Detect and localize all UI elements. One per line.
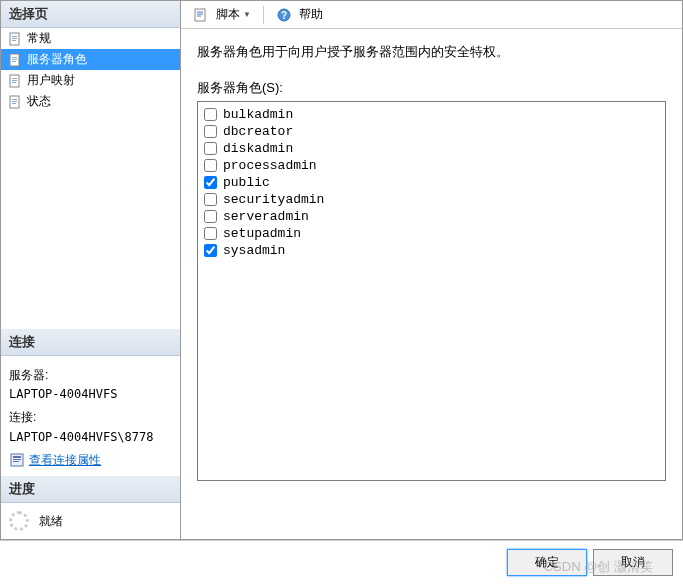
toolbar: 脚本 ▼ ? 帮助 [181,1,682,29]
role-label: processadmin [223,158,317,173]
svg-rect-10 [12,80,17,81]
role-checkbox-sysadmin[interactable] [204,244,217,257]
role-label: bulkadmin [223,107,293,122]
view-connection-properties-link[interactable]: 查看连接属性 [29,451,101,470]
role-checkbox-diskadmin[interactable] [204,142,217,155]
role-row[interactable]: sysadmin [204,242,659,259]
role-label: serveradmin [223,209,309,224]
role-row[interactable]: bulkadmin [204,106,659,123]
role-checkbox-dbcreator[interactable] [204,125,217,138]
svg-rect-14 [12,101,17,102]
cancel-button[interactable]: 取消 [593,549,673,576]
role-label: securityadmin [223,192,324,207]
select-page-header: 选择页 [1,1,180,28]
role-label: setupadmin [223,226,301,241]
footer: 确定 取消 [0,540,683,584]
svg-rect-5 [12,57,17,58]
sidebar: 选择页 常规服务器角色用户映射状态 连接 服务器: LAPTOP-4004HVF… [1,1,181,539]
svg-rect-19 [13,461,19,462]
dropdown-arrow-icon: ▼ [243,10,251,19]
roles-listbox[interactable]: bulkadmindbcreatordiskadminprocessadminp… [197,101,666,481]
role-checkbox-securityadmin[interactable] [204,193,217,206]
sidebar-item-用户映射[interactable]: 用户映射 [1,70,180,91]
main-panel: 脚本 ▼ ? 帮助 服务器角色用于向用户授予服务器范围内的安全特权。 服务器角色… [181,1,682,539]
page-icon [7,31,23,47]
progress-status: 就绪 [39,513,63,530]
role-row[interactable]: securityadmin [204,191,659,208]
svg-rect-18 [13,459,21,460]
sidebar-item-label: 用户映射 [27,72,75,89]
svg-rect-15 [12,103,16,104]
role-row[interactable]: diskadmin [204,140,659,157]
conn-value: LAPTOP-4004HVFS\8778 [9,428,172,447]
svg-rect-6 [12,59,17,60]
connection-info: 服务器: LAPTOP-4004HVFS 连接: LAPTOP-4004HVFS… [1,356,180,476]
svg-text:?: ? [281,10,287,21]
script-label: 脚本 [216,6,240,23]
sidebar-item-label: 服务器角色 [27,51,87,68]
server-label: 服务器: [9,366,172,385]
help-button[interactable]: ? 帮助 [272,4,327,25]
dialog-container: 选择页 常规服务器角色用户映射状态 连接 服务器: LAPTOP-4004HVF… [0,0,683,540]
script-icon [193,7,209,23]
svg-rect-17 [13,456,21,458]
help-icon: ? [276,7,292,23]
role-checkbox-public[interactable] [204,176,217,189]
sidebar-items: 常规服务器角色用户映射状态 [1,28,180,112]
sidebar-item-服务器角色[interactable]: 服务器角色 [1,49,180,70]
page-icon [7,73,23,89]
help-label: 帮助 [299,6,323,23]
server-value: LAPTOP-4004HVFS [9,385,172,404]
svg-rect-9 [12,78,17,79]
role-label: sysadmin [223,243,285,258]
sidebar-item-label: 常规 [27,30,51,47]
svg-rect-2 [12,38,17,39]
script-button[interactable]: 脚本 ▼ [189,4,255,25]
sidebar-item-label: 状态 [27,93,51,110]
toolbar-separator [263,6,264,24]
role-checkbox-serveradmin[interactable] [204,210,217,223]
svg-rect-20 [195,9,205,21]
info-icon [9,452,25,468]
page-icon [7,52,23,68]
description-text: 服务器角色用于向用户授予服务器范围内的安全特权。 [197,43,666,61]
role-label: public [223,175,270,190]
role-row[interactable]: dbcreator [204,123,659,140]
content-area: 服务器角色用于向用户授予服务器范围内的安全特权。 服务器角色(S): bulka… [181,29,682,539]
role-label: dbcreator [223,124,293,139]
ok-button[interactable]: 确定 [507,549,587,576]
role-checkbox-processadmin[interactable] [204,159,217,172]
svg-rect-3 [12,40,16,41]
svg-rect-11 [12,82,16,83]
svg-rect-7 [12,61,16,62]
role-row[interactable]: serveradmin [204,208,659,225]
conn-label: 连接: [9,408,172,427]
role-row[interactable]: processadmin [204,157,659,174]
spinner-icon [9,511,29,531]
svg-rect-1 [12,36,17,37]
page-icon [7,94,23,110]
roles-label: 服务器角色(S): [197,79,666,97]
role-row[interactable]: setupadmin [204,225,659,242]
sidebar-item-状态[interactable]: 状态 [1,91,180,112]
role-label: diskadmin [223,141,293,156]
progress-header: 进度 [1,476,180,503]
svg-rect-13 [12,99,17,100]
role-row[interactable]: public [204,174,659,191]
role-checkbox-setupadmin[interactable] [204,227,217,240]
role-checkbox-bulkadmin[interactable] [204,108,217,121]
connection-header: 连接 [1,329,180,356]
progress-row: 就绪 [1,503,180,539]
sidebar-item-常规[interactable]: 常规 [1,28,180,49]
